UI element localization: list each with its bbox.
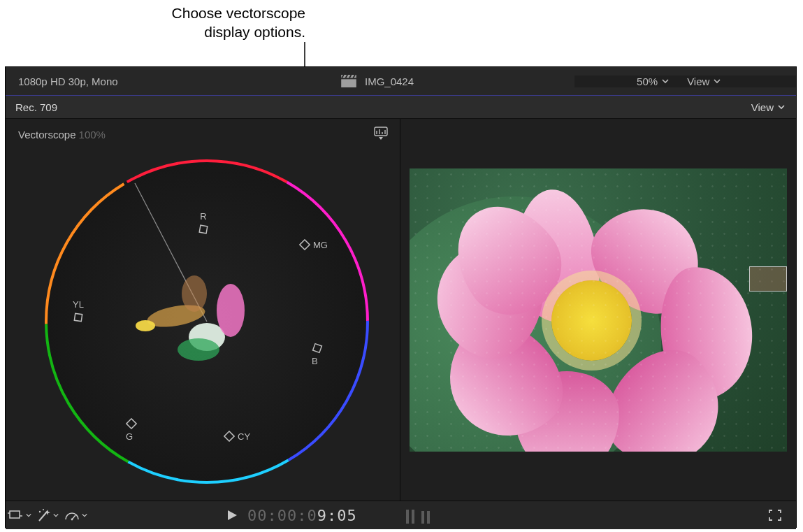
scope-name: Vectorscope [18, 129, 76, 141]
fullscreen-icon [768, 509, 782, 522]
svg-rect-27 [300, 240, 310, 250]
svg-point-25 [182, 275, 207, 312]
vectorscope-target-yl: YL [73, 299, 84, 323]
chevron-down-icon [82, 512, 87, 518]
svg-rect-0 [341, 79, 356, 87]
chevron-down-icon [662, 78, 669, 85]
chevron-down-icon [778, 103, 785, 110]
timecode-display[interactable]: 00:00:09:05 [247, 507, 357, 524]
fullscreen-button[interactable] [761, 505, 789, 526]
svg-marker-11 [379, 137, 383, 140]
magic-wand-icon [36, 508, 52, 522]
callout-text: Choose vectorscope display options. [124, 3, 305, 41]
svg-point-24 [136, 320, 155, 331]
svg-rect-29 [224, 431, 234, 441]
svg-point-22 [217, 284, 245, 337]
preview-image[interactable] [410, 168, 787, 452]
retime-menu[interactable] [62, 505, 89, 526]
preview-panel [400, 119, 796, 501]
play-button[interactable] [222, 505, 242, 526]
clapperboard-icon [341, 75, 356, 87]
svg-point-39 [71, 519, 73, 521]
zoom-menu[interactable]: 50% [637, 76, 669, 87]
svg-rect-28 [313, 344, 322, 353]
viewer-topbar: 1080p HD 30p, Mono IMG_0424 50% View [6, 67, 796, 96]
transform-tool-menu[interactable] [6, 505, 34, 526]
viewer-view-label: View [687, 76, 709, 87]
timecode-lit: 9:05 [317, 507, 357, 524]
svg-point-36 [39, 511, 41, 512]
vectorscope-target-cy: CY [224, 431, 250, 442]
svg-point-37 [43, 509, 44, 510]
transport-bar: 00:00:09:05 [6, 501, 796, 529]
sequence-format-label: 1080p HD 30p, Mono [6, 76, 341, 87]
chevron-down-icon [714, 78, 721, 85]
viewer-view-menu[interactable]: View [687, 76, 721, 87]
vectorscope-target-mg: MG [299, 239, 328, 250]
enhancements-menu[interactable] [34, 505, 62, 526]
svg-point-21 [178, 338, 219, 361]
vectorscope-target-g: G [126, 418, 137, 442]
chevron-down-icon [53, 512, 59, 518]
audio-meter [406, 507, 430, 524]
svg-rect-32 [10, 511, 20, 518]
speedometer-icon [64, 509, 80, 522]
vectorscope-target-b: B [312, 343, 323, 366]
timecode-dim: 00:00:0 [247, 507, 317, 524]
play-icon [226, 509, 238, 522]
svg-marker-40 [228, 510, 237, 520]
scope-view-label: View [751, 101, 774, 113]
preview-selection-rect[interactable] [749, 266, 787, 292]
clip-name-label: IMG_0424 [365, 76, 574, 87]
svg-rect-30 [126, 419, 136, 429]
scope-settings-button[interactable] [373, 124, 390, 140]
viewer-window: 1080p HD 30p, Mono IMG_0424 50% View [5, 66, 797, 528]
zoom-value: 50% [637, 76, 658, 87]
svg-rect-26 [199, 225, 208, 233]
scope-title: Vectorscope100% [18, 129, 106, 141]
scope-panel: Vectorscope100% [6, 119, 400, 501]
vectorscope-display [39, 154, 375, 489]
crop-icon [8, 509, 24, 522]
scope-header: Rec. 709 View [6, 96, 796, 119]
chevron-down-icon [26, 512, 31, 518]
scope-scale: 100% [79, 129, 106, 141]
color-space-label: Rec. 709 [6, 101, 751, 113]
scope-settings-icon [373, 124, 390, 140]
vectorscope-target-r: R [198, 211, 209, 235]
svg-rect-31 [74, 313, 82, 321]
scope-view-menu[interactable]: View [751, 101, 796, 113]
